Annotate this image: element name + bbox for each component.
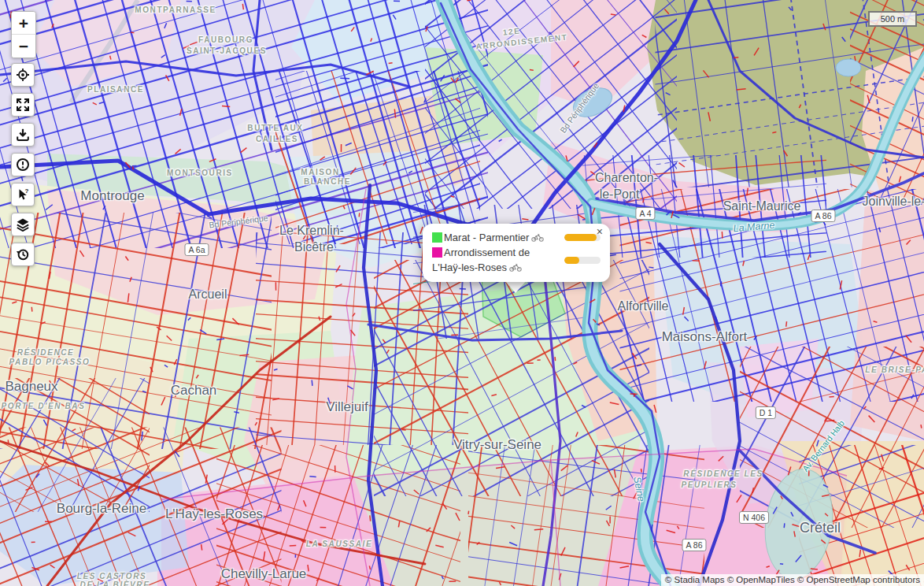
progress-bar [564,257,601,264]
locate-button[interactable] [11,63,35,87]
bicycle-icon [531,233,544,242]
expand-arrows-icon [16,98,30,112]
crosshair-locate-icon [16,68,30,82]
zoom-control: + − [11,11,36,58]
download-icon [16,128,30,142]
legend-entry: Marat - Parmentier [432,230,601,245]
legend-popup: × Marat - Parmentier Arrondissement de L… [423,224,610,282]
popup-close-button[interactable]: × [597,226,603,237]
identify-button[interactable]: ? [11,183,35,206]
scale-control: 500 m [868,11,917,27]
download-button[interactable] [11,123,35,146]
progress-fill [564,234,597,241]
bicycle-icon [509,263,522,272]
history-button[interactable] [11,243,35,266]
fullscreen-button[interactable] [11,93,35,117]
svg-text:?: ? [25,187,29,195]
map-canvas[interactable]: MONTPARNASSEPLAISANCEFAUBOURGSAINT-JACQU… [0,0,924,586]
progress-fill [564,257,579,264]
legend-entry: Arrondissement de L'Haÿ-les-Roses [432,245,601,275]
report-error-button[interactable] [11,153,35,176]
zoom-in-button[interactable]: + [12,12,35,35]
basemap-svg [0,0,924,586]
popup-tail [505,280,527,293]
legend-entry-text: Marat - Parmentier [432,230,560,245]
legend-swatch [432,232,442,243]
zoom-out-button[interactable]: − [12,35,35,57]
progress-bar [564,234,601,241]
attribution[interactable]: © Stadia Maps © OpenMapTiles © OpenStree… [661,574,924,586]
history-clock-icon [16,247,30,261]
exclamation-circle-icon [16,158,30,172]
layers-icon [16,217,30,232]
legend-entry-text: Arrondissement de L'Haÿ-les-Roses [432,245,560,275]
legend-swatch [432,247,442,258]
layers-button[interactable] [11,213,35,236]
pointer-question-icon: ? [16,187,30,202]
legend-label: Marat - Parmentier [444,232,529,243]
